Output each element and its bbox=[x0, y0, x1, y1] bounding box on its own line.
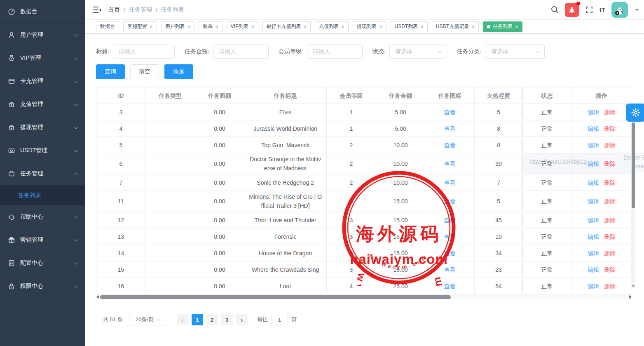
close-icon[interactable]: × bbox=[215, 24, 218, 29]
edit-link[interactable]: 编辑 bbox=[588, 216, 599, 225]
sidebar-collapse-icon[interactable] bbox=[92, 6, 101, 14]
breadcrumb-home[interactable]: 首页 bbox=[108, 6, 120, 14]
edit-link[interactable]: 编辑 bbox=[588, 178, 599, 187]
sidebar-item[interactable]: VIP管理 bbox=[0, 47, 85, 70]
scroll-left-arrow-icon[interactable] bbox=[96, 295, 99, 299]
tab[interactable]: VIP列表× bbox=[227, 21, 258, 32]
delete-link[interactable]: 删除 bbox=[604, 249, 616, 258]
edit-link[interactable]: 编辑 bbox=[588, 141, 599, 150]
sidebar-item[interactable]: 帮助中心 bbox=[0, 205, 85, 228]
title-input[interactable] bbox=[113, 45, 175, 59]
edit-link[interactable]: 编辑 bbox=[588, 282, 599, 291]
close-icon[interactable]: × bbox=[187, 24, 191, 29]
next-page-button[interactable]: › bbox=[236, 314, 248, 325]
add-button[interactable]: 添加 bbox=[164, 64, 193, 79]
scroll-down-arrow-icon[interactable] bbox=[632, 285, 635, 287]
sidebar-item[interactable]: 卡充管理 bbox=[0, 70, 85, 93]
delete-link[interactable]: 删除 bbox=[604, 178, 616, 187]
edit-link[interactable]: 编辑 bbox=[588, 197, 599, 206]
delete-link[interactable]: 删除 bbox=[604, 141, 616, 150]
tab[interactable]: USDT充值记录× bbox=[432, 21, 479, 32]
vertical-scrollbar[interactable] bbox=[631, 122, 635, 289]
sidebar-item[interactable]: USDT管理 bbox=[0, 139, 85, 162]
sidebar-item[interactable]: 充值管理 bbox=[0, 93, 85, 116]
horizontal-scrollbar[interactable] bbox=[96, 294, 632, 300]
task-category-select[interactable]: 请选择 bbox=[485, 45, 545, 59]
view-link[interactable]: 查看 bbox=[444, 178, 456, 187]
sidebar-subitem[interactable]: 任务列表 bbox=[0, 185, 85, 205]
avatar[interactable] bbox=[611, 2, 628, 18]
edit-link[interactable]: 编辑 bbox=[588, 249, 599, 258]
view-link[interactable]: 查看 bbox=[444, 216, 456, 225]
view-link[interactable]: 查看 bbox=[444, 124, 456, 133]
delete-link[interactable]: 删除 bbox=[604, 197, 616, 206]
close-icon[interactable]: × bbox=[471, 24, 475, 29]
goto-page-input[interactable] bbox=[272, 314, 288, 325]
delete-link[interactable]: 删除 bbox=[604, 265, 616, 274]
delete-link[interactable]: 删除 bbox=[604, 159, 616, 168]
view-link[interactable]: 查看 bbox=[444, 159, 456, 168]
view-link[interactable]: 查看 bbox=[444, 141, 456, 150]
tab[interactable]: 充值列表× bbox=[315, 21, 349, 32]
close-icon[interactable]: × bbox=[420, 24, 424, 29]
tab[interactable]: 用户列表× bbox=[161, 21, 195, 32]
delete-link[interactable]: 删除 bbox=[604, 232, 616, 241]
vertical-scrollbar-thumb[interactable] bbox=[632, 122, 635, 208]
tab[interactable]: 客服配置× bbox=[123, 21, 157, 32]
page-size-select[interactable]: 20条/页 bbox=[129, 314, 167, 325]
member-level-input[interactable] bbox=[307, 45, 363, 59]
edit-link[interactable]: 编辑 bbox=[588, 232, 599, 241]
close-icon[interactable]: × bbox=[251, 24, 254, 29]
close-icon[interactable]: × bbox=[379, 24, 382, 29]
horizontal-scrollbar-thumb[interactable] bbox=[100, 295, 451, 299]
search-button[interactable]: 查询 bbox=[96, 64, 125, 79]
sidebar-item[interactable]: 任务管理 bbox=[0, 162, 85, 185]
fullscreen-icon[interactable] bbox=[585, 6, 593, 14]
sidebar-item[interactable]: 数据台 bbox=[0, 0, 85, 23]
view-link[interactable]: 查看 bbox=[444, 108, 456, 117]
edit-link[interactable]: 编辑 bbox=[588, 108, 599, 117]
sidebar-item[interactable]: 权限中心 bbox=[0, 275, 85, 298]
cell-id: 14 bbox=[96, 245, 146, 261]
edit-link[interactable]: 编辑 bbox=[588, 159, 599, 168]
tab[interactable]: 数据台 bbox=[96, 21, 119, 32]
breadcrumb-item[interactable]: 任务管理 bbox=[129, 6, 152, 14]
close-icon[interactable]: × bbox=[515, 24, 518, 29]
font-size-icon[interactable]: tT bbox=[600, 6, 605, 13]
edit-link[interactable]: 编辑 bbox=[588, 124, 599, 133]
delete-link[interactable]: 删除 bbox=[604, 108, 616, 117]
tab[interactable]: 提现列表× bbox=[353, 21, 386, 32]
settings-gear-button[interactable] bbox=[626, 104, 644, 122]
prev-page-button[interactable]: ‹ bbox=[177, 314, 188, 325]
tab[interactable]: USDT列表× bbox=[391, 21, 428, 32]
sidebar-item[interactable]: 营销管理 bbox=[0, 228, 85, 252]
sidebar-item[interactable]: 用户管理 bbox=[0, 24, 85, 47]
status-select[interactable]: 请选择 bbox=[389, 45, 447, 59]
view-link[interactable]: 查看 bbox=[444, 197, 456, 206]
view-link[interactable]: 查看 bbox=[444, 265, 456, 274]
view-link[interactable]: 查看 bbox=[444, 232, 456, 241]
sidebar-item[interactable]: 提现管理 bbox=[0, 116, 85, 139]
search-icon[interactable] bbox=[551, 6, 559, 14]
close-icon[interactable]: × bbox=[304, 24, 307, 29]
scroll-right-arrow-icon[interactable] bbox=[629, 295, 632, 299]
sidebar-item[interactable]: 配置中心 bbox=[0, 252, 85, 275]
delete-link[interactable]: 删除 bbox=[604, 216, 616, 225]
delete-link[interactable]: 删除 bbox=[604, 124, 616, 133]
close-icon[interactable]: × bbox=[150, 24, 153, 29]
delete-link[interactable]: 删除 bbox=[604, 282, 616, 291]
view-link[interactable]: 查看 bbox=[444, 249, 456, 258]
bug-report-button[interactable] bbox=[565, 3, 579, 17]
close-icon[interactable]: × bbox=[341, 24, 344, 29]
page-button-active[interactable]: 1 bbox=[192, 314, 203, 325]
view-link[interactable]: 查看 bbox=[444, 282, 456, 291]
clear-button[interactable]: 清空 bbox=[130, 64, 159, 79]
user-dropdown-caret-icon[interactable] bbox=[635, 9, 639, 11]
tab[interactable]: 账单× bbox=[199, 21, 222, 32]
tab[interactable]: 银行卡充值列表× bbox=[262, 21, 311, 32]
task-amount-input[interactable] bbox=[213, 45, 269, 59]
page-button[interactable]: 3 bbox=[221, 314, 233, 325]
edit-link[interactable]: 编辑 bbox=[588, 265, 599, 274]
page-button[interactable]: 2 bbox=[206, 314, 218, 325]
tab-active[interactable]: 任务列表× bbox=[483, 21, 522, 32]
